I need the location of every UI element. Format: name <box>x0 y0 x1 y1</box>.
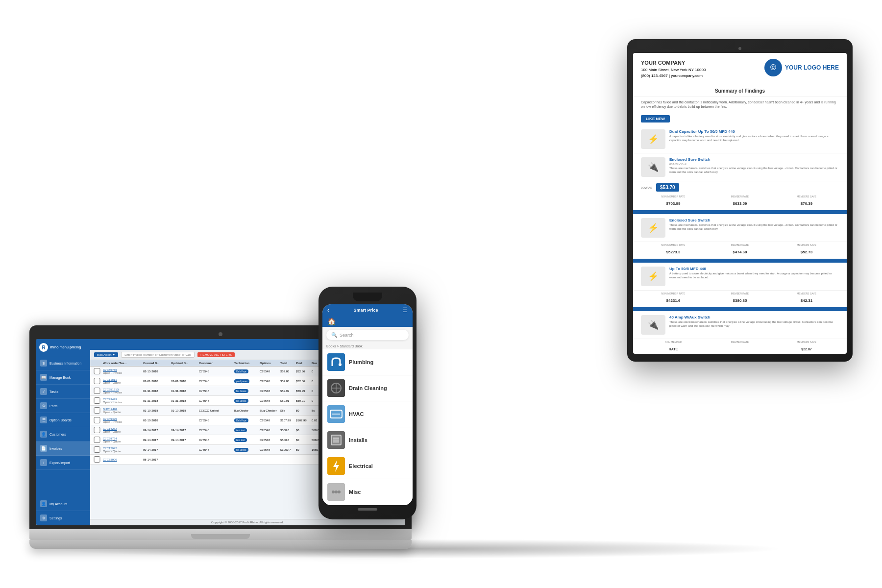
sidebar-logo: R rhino menu pricing <box>36 339 90 356</box>
sidebar-item-manage-book[interactable]: 📖 Manage Book <box>36 370 90 385</box>
product-section-header <box>633 210 847 214</box>
pricing-cols-1: NON MEMBER RATE $703.99 MEMBER RATE $633… <box>633 194 847 208</box>
misc-label: Misc <box>349 489 361 495</box>
save-value-4: $22.87 <box>801 347 811 351</box>
save-label-3: MEMBERS SAVE <box>774 292 839 295</box>
product-details-1: Dual Capacitor Up To 50/5 MFD 440 A capa… <box>669 129 839 149</box>
row-checkbox[interactable] <box>92 417 102 423</box>
sidebar-item-parts[interactable]: ⚙ Parts <box>36 399 90 413</box>
save-value-2: $52.73 <box>801 250 812 254</box>
phone-category-drain[interactable]: Drain Cleaning <box>322 375 413 401</box>
save-label-1: MEMBERS SAVE <box>774 195 839 198</box>
svg-point-18 <box>335 490 338 493</box>
search-placeholder: Search <box>340 333 354 338</box>
product-desc-5: These are electromechanical switches tha… <box>669 320 839 328</box>
row-checkbox[interactable] <box>92 437 102 443</box>
row-checkbox[interactable] <box>92 397 102 404</box>
product-desc-1: A capacitor is like a battery used to st… <box>669 135 839 143</box>
sidebar-item-tasks[interactable]: ✓ Tasks <box>36 385 90 399</box>
phone-category-electrical[interactable]: Electrical <box>322 453 413 479</box>
price-highlight-section-1: LOW AS $53.70 <box>633 181 847 194</box>
member-col-4: MEMBER RATE <box>708 341 772 352</box>
phone-category-installs[interactable]: Installs <box>322 427 413 453</box>
remove-filters-button[interactable]: REMOVE ALL FILTERS <box>197 352 235 357</box>
sidebar-item-settings[interactable]: ⚙ Settings <box>36 511 90 525</box>
laptop-camera <box>219 332 222 336</box>
sidebar-item-export-import[interactable]: ↕ Export/Import <box>36 456 90 470</box>
logo-circle: © <box>764 59 782 76</box>
row-checkbox[interactable] <box>92 456 102 463</box>
row-checkbox[interactable] <box>92 446 102 453</box>
sidebar-item-my-account[interactable]: 👤 My Account <box>36 497 90 511</box>
product-name-5: 40 Amp W/Aux Switch <box>669 315 839 319</box>
sidebar-item-customers[interactable]: 👤 Customers <box>36 427 90 441</box>
product-details-4: Up To 50/5 MFD 440 A battery used to sto… <box>669 267 839 286</box>
non-member-label-4: NON MEMBER <box>641 341 706 343</box>
member-col-1: MEMBER RATE $633.59 <box>708 195 772 207</box>
phone-app-title: Smart Price <box>353 308 378 313</box>
laptop-footer: Copyright © 2008-2017 Profit Rhino. All … <box>90 519 405 525</box>
laptop-base <box>29 529 412 540</box>
phone-home-button[interactable] <box>358 508 377 511</box>
tablet-device: YOUR COMPANY 100 Main Street, New York N… <box>627 39 853 362</box>
phone-status-bar: ‹ Smart Price ☰ <box>322 304 413 316</box>
row-checkbox[interactable] <box>92 427 102 433</box>
search-input[interactable] <box>121 352 195 358</box>
sidebar-item-option-boards[interactable]: ☰ Option Boards <box>36 413 90 427</box>
book-icon: 📖 <box>40 374 47 381</box>
row-checkbox[interactable] <box>92 378 102 384</box>
non-member-col-2: NON MEMBER RATE $5273.3 <box>641 244 706 255</box>
low-as-label-1: LOW AS <box>641 186 652 189</box>
sidebar-item-invoices[interactable]: 📄 Invoices <box>36 441 90 456</box>
member-value-1: $633.59 <box>733 201 747 206</box>
plumbing-category-image <box>327 353 345 371</box>
phone-category-plumbing[interactable]: Plumbing <box>322 349 413 375</box>
product-name-1: Dual Capacitor Up To 50/5 MFD 440 <box>669 129 839 134</box>
bulk-action-button[interactable]: Bulk Action ▼ <box>94 352 118 357</box>
row-checkbox[interactable] <box>92 368 102 374</box>
save-label-2: MEMBERS SAVE <box>774 244 839 246</box>
drain-category-image <box>327 379 345 397</box>
product-details-5: 40 Amp W/Aux Switch These are electromec… <box>669 315 839 335</box>
back-arrow-icon[interactable]: ‹ <box>327 307 329 314</box>
sidebar-item-business[interactable]: $ Business Information <box>36 356 90 370</box>
product-details-3: Enclosed Sure Switch These are mechanica… <box>669 218 839 238</box>
phone-screen: ‹ Smart Price ☰ 🏠 🔍 Search Books > Stand… <box>322 304 413 505</box>
hvac-category-image <box>327 405 345 423</box>
phone-notch <box>353 293 382 301</box>
non-member-value-4: RATE <box>669 347 678 351</box>
laptop-sidebar: R rhino menu pricing $ Business Informat… <box>36 339 90 525</box>
non-member-col-3: NON MEMBER RATE $4231.6 <box>641 292 706 304</box>
phone-category-misc[interactable]: Misc <box>322 479 413 505</box>
product-name-3: Enclosed Sure Switch <box>669 218 839 222</box>
pricing-cols-3: NON MEMBER RATE $4231.6 MEMBER RATE $380… <box>633 291 847 305</box>
non-member-value-3: $4231.6 <box>666 298 681 303</box>
tablet-outer: YOUR COMPANY 100 Main Street, New York N… <box>627 39 853 362</box>
settings-icon: ⚙ <box>40 514 47 521</box>
summary-title: Summary of Findings <box>633 85 847 97</box>
arrows-icon: ↕ <box>40 459 47 466</box>
account-icon: 👤 <box>40 500 47 507</box>
row-checkbox[interactable] <box>92 407 102 414</box>
hvac-label: HVAC <box>349 411 364 417</box>
phone-menu-icon[interactable]: ☰ <box>402 307 408 314</box>
phone-search-bar[interactable]: 🔍 Search <box>326 330 409 340</box>
svg-rect-0 <box>327 353 345 371</box>
phone-category-hvac[interactable]: HVAC <box>322 401 413 427</box>
installs-category-image <box>327 431 345 449</box>
tablet-camera <box>738 47 741 50</box>
sidebar-logo-icon: R <box>39 343 48 352</box>
plumbing-label: Plumbing <box>349 359 373 365</box>
save-col-4: MEMBERS SAVE $22.87 <box>774 341 839 352</box>
check-icon: ✓ <box>40 388 47 395</box>
row-checkbox[interactable] <box>92 388 102 394</box>
save-value-1: $70.39 <box>801 201 812 206</box>
non-member-label-1: NON MEMBER RATE <box>641 195 706 198</box>
non-member-value-2: $5273.3 <box>666 250 681 254</box>
invoice-link[interactable]: C7C63000 <box>103 458 117 461</box>
member-col-2: MEMBER RATE $474.60 <box>708 244 772 255</box>
home-icon[interactable]: 🏠 <box>327 318 336 325</box>
product-card-2: 🔌 Enclosed Sure Switch 60A 24V Coil Thes… <box>633 153 847 181</box>
non-member-col-1: NON MEMBER RATE $703.99 <box>641 195 706 207</box>
product-image-4: ⚡ <box>641 267 665 286</box>
